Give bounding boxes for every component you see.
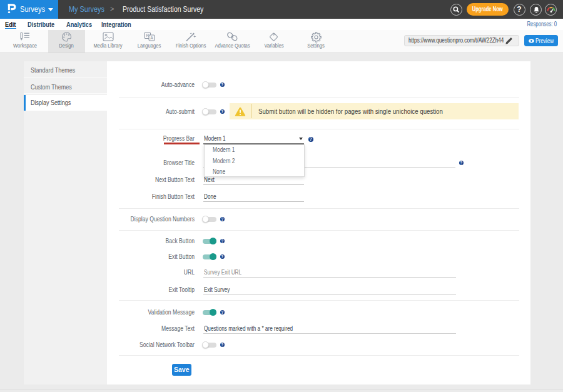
- svg-text:A: A: [150, 36, 153, 40]
